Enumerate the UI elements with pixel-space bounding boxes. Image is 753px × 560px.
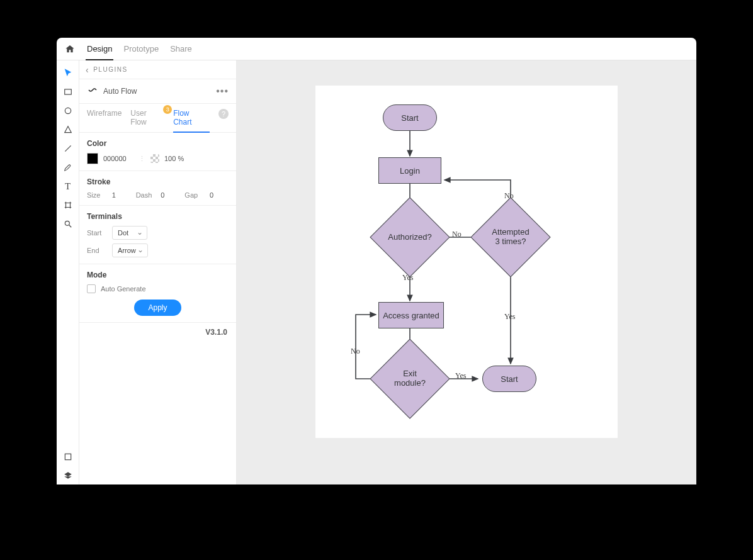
color-title: Color (87, 139, 229, 148)
tab-share[interactable]: Share (169, 38, 193, 60)
chevron-left-icon: ‹ (86, 65, 89, 75)
node-end[interactable]: Start (482, 366, 536, 392)
polygon-tool-icon[interactable] (59, 121, 77, 138)
label-yes-3: Yes (455, 371, 466, 381)
badge: 3 (163, 105, 172, 114)
terminals-title: Terminals (87, 212, 229, 221)
artboard-tool-icon[interactable] (59, 196, 77, 214)
plugin-panel: ‹ PLUGINS Auto Flow ••• Wireframe User F… (79, 60, 237, 484)
plugin-tab-flowchart[interactable]: Flow Chart (173, 109, 210, 133)
canvas[interactable]: Start Login Authorized? Attempted 3 time… (237, 60, 696, 484)
node-exit[interactable]: Exit module? (382, 350, 438, 407)
svg-rect-0 (64, 89, 71, 94)
gap-label: Gap (184, 191, 205, 199)
home-icon[interactable] (63, 42, 77, 56)
version-label: V3.1.0 (79, 323, 236, 342)
color-hex-input[interactable] (103, 155, 133, 162)
top-tab-bar: Design Prototype Share (57, 38, 696, 60)
auto-generate-checkbox[interactable] (87, 284, 96, 293)
line-tool-icon[interactable] (59, 140, 77, 157)
node-start[interactable]: Start (383, 104, 437, 131)
label-yes-1: Yes (402, 273, 413, 283)
panel-back[interactable]: ‹ PLUGINS (79, 60, 236, 79)
auto-generate-label: Auto Generate (101, 285, 146, 293)
ellipse-tool-icon[interactable] (59, 102, 77, 120)
panel-title: PLUGINS (93, 66, 127, 73)
svg-point-3 (65, 221, 69, 225)
artboard[interactable]: Start Login Authorized? Attempted 3 time… (315, 86, 618, 438)
stroke-title: Stroke (87, 177, 229, 186)
svg-line-2 (65, 145, 71, 151)
assets-icon[interactable] (59, 448, 77, 466)
start-select[interactable]: Dot (112, 226, 147, 240)
svg-line-4 (69, 225, 71, 228)
pen-tool-icon[interactable] (59, 159, 77, 176)
opacity-icon (150, 154, 159, 163)
plugin-tab-userflow[interactable]: User Flow 3 (130, 109, 164, 132)
tool-rail: T (57, 60, 79, 484)
stroke-size-input[interactable] (112, 191, 131, 199)
select-tool-icon[interactable] (59, 64, 77, 82)
plugin-tab-userflow-label: User Flow (130, 109, 146, 126)
apply-button[interactable]: Apply (134, 300, 181, 316)
zoom-tool-icon[interactable] (59, 215, 77, 233)
dash-label: Dash (136, 191, 156, 199)
tab-design[interactable]: Design (86, 38, 113, 60)
size-label: Size (87, 191, 107, 199)
plugin-tab-wireframe[interactable]: Wireframe (87, 109, 122, 132)
node-attempted[interactable]: Attempted 3 times? (482, 209, 539, 266)
text-tool-icon[interactable]: T (59, 177, 77, 195)
flow-arrows (315, 86, 618, 438)
label-no-2: No (504, 191, 514, 201)
help-icon[interactable]: ? (218, 109, 229, 119)
node-login[interactable]: Login (378, 157, 441, 184)
rect-tool-icon[interactable] (59, 83, 77, 101)
mode-title: Mode (87, 271, 229, 279)
start-label: Start (87, 229, 107, 237)
tab-prototype[interactable]: Prototype (122, 38, 160, 60)
plugin-name: Auto Flow (103, 87, 211, 96)
end-label: End (87, 247, 107, 254)
svg-point-1 (65, 108, 71, 113)
divider: ⋮ (139, 155, 145, 163)
label-yes-2: Yes (504, 312, 515, 322)
more-icon[interactable]: ••• (216, 86, 229, 97)
plugin-logo-icon (87, 86, 98, 97)
svg-rect-5 (65, 454, 71, 459)
stroke-dash-input[interactable] (161, 191, 179, 199)
label-no-3: No (351, 347, 360, 356)
label-no-1: No (452, 230, 461, 239)
stroke-gap-input[interactable] (210, 191, 229, 199)
node-access[interactable]: Access granted (378, 302, 444, 328)
end-select[interactable]: Arrow (112, 244, 148, 257)
opacity-input[interactable] (164, 155, 195, 162)
node-authorized[interactable]: Authorized? (382, 209, 438, 266)
color-swatch[interactable] (87, 153, 98, 164)
layers-icon[interactable] (59, 467, 77, 484)
